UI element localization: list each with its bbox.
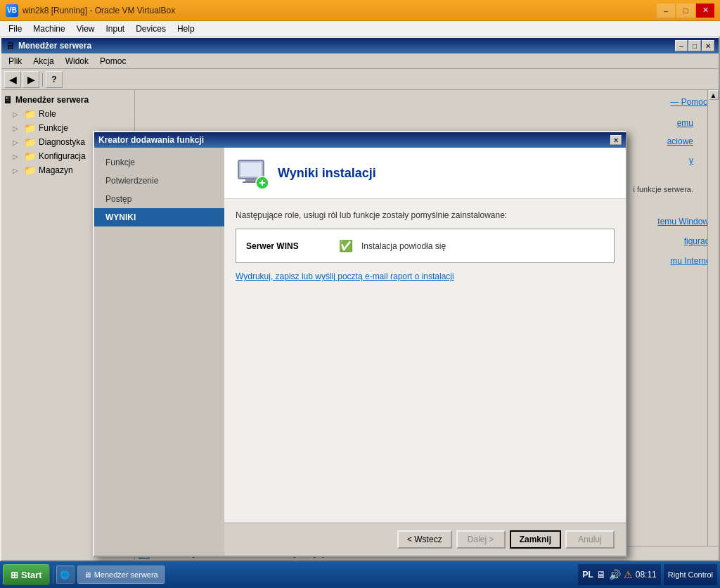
result-status-text: Instalacja powiodła się: [361, 241, 446, 251]
windows-logo-icon: ⊞: [11, 570, 18, 580]
taskbar-ie-icon[interactable]: 🌐: [56, 565, 75, 584]
taskbar-left: ⊞ Start 🌐 🖥 Menedżer serwera: [3, 564, 165, 585]
cancel-button[interactable]: Anuluj: [565, 530, 615, 549]
taskbar-server-label: Menedżer serwera: [94, 570, 158, 579]
dialog-nav-wyniki[interactable]: WYNIKI: [94, 208, 224, 226]
inner-menu-widok[interactable]: Widok: [60, 55, 94, 68]
inner-menu-akcja[interactable]: Akcja: [27, 55, 59, 68]
inner-menubar: Plik Akcja Widok Pomoc: [1, 53, 719, 69]
taskbar-server-manager[interactable]: 🖥 Menedżer serwera: [77, 565, 165, 584]
result-status-icon: ✅: [339, 239, 353, 253]
dialog-nav: Funkcje Potwierdzenie Postęp WYNIKI: [94, 148, 224, 556]
vbox-logo-icon: VB: [6, 4, 18, 17]
result-server-name: Serwer WINS: [246, 241, 330, 251]
clock: 08:11: [636, 570, 657, 580]
dialog-footer: < Wstecz Dalej > Zamknij Anuluj: [224, 523, 626, 556]
install-icon: [236, 156, 269, 190]
dialog-nav-potwierdzenie[interactable]: Potwierdzenie: [94, 172, 224, 190]
dialog-body: Funkcje Potwierdzenie Postęp WYNIKI: [94, 148, 626, 556]
speaker-icon: 🔊: [609, 569, 621, 580]
close-button[interactable]: ✕: [696, 4, 714, 18]
inner-maximize-button[interactable]: □: [688, 40, 701, 51]
lang-indicator: PL: [582, 570, 593, 580]
taskbar-right: PL 🖥 🔊 ⚠ 08:11 Right Control: [578, 561, 717, 588]
taskbar: ⊞ Start 🌐 🖥 Menedżer serwera PL 🖥 🔊 ⚠ 08…: [0, 561, 720, 588]
server-manager-icon: 🖥: [6, 40, 15, 51]
report-link[interactable]: Wydrukuj, zapisz lub wyślij pocztą e-mai…: [236, 271, 454, 281]
menu-machine[interactable]: Machine: [27, 23, 70, 35]
menu-file[interactable]: File: [3, 23, 27, 35]
taskbar-divider-1: [53, 565, 53, 584]
dialog-header: Wyniki instalacji: [224, 148, 626, 199]
dialog-close-icon[interactable]: ✕: [610, 135, 622, 145]
start-label: Start: [21, 570, 42, 580]
inner-titlebar: 🖥 Menedżer serwera – □ ✕: [1, 38, 719, 53]
back-button[interactable]: < Wstecz: [397, 530, 452, 549]
right-control-area: Right Control: [664, 564, 717, 585]
svg-rect-6: [262, 180, 263, 186]
network-icon: 🖥: [596, 569, 606, 580]
start-button[interactable]: ⊞ Start: [3, 564, 50, 585]
dialog-title-text: Kreator dodawania funkcji: [98, 135, 204, 145]
next-button[interactable]: Dalej >: [456, 530, 506, 549]
minimize-button[interactable]: –: [657, 4, 675, 18]
virtualbox-titlebar: VB win2k8 [Running] - Oracle VM VirtualB…: [0, 0, 720, 21]
dialog-titlebar: Kreator dodawania funkcji ✕: [94, 132, 626, 148]
inner-title-controls: – □ ✕: [675, 40, 714, 51]
menu-devices[interactable]: Devices: [130, 23, 172, 35]
inner-window: 🖥 Menedżer serwera – □ ✕ Plik Akcja Wido…: [0, 37, 720, 561]
result-box: Serwer WINS ✅ Instalacja powiodła się: [236, 229, 615, 263]
maximize-button[interactable]: □: [676, 4, 695, 18]
menu-view[interactable]: View: [71, 23, 101, 35]
vbox-menubar: File Machine View Input Devices Help: [0, 21, 720, 37]
systray: PL 🖥 🔊 ⚠ 08:11: [578, 564, 660, 585]
titlebar-controls: – □ ✕: [657, 4, 714, 18]
inner-minimize-button[interactable]: –: [675, 40, 688, 51]
inner-close-button[interactable]: ✕: [702, 40, 714, 51]
inner-menu-pomoc[interactable]: Pomoc: [94, 55, 131, 68]
titlebar-left: VB win2k8 [Running] - Oracle VM VirtualB…: [6, 4, 175, 17]
dialog-main: Następujące role, usługi ról lub funkcje…: [224, 199, 626, 523]
dialog-description: Następujące role, usługi ról lub funkcje…: [236, 210, 615, 220]
warning-icon: ⚠: [624, 569, 633, 580]
inner-title-text: Menedżer serwera: [18, 41, 91, 51]
svg-rect-1: [240, 162, 262, 177]
dialog-header-icon: [236, 156, 269, 190]
titlebar-title: win2k8 [Running] - Oracle VM VirtualBox: [22, 6, 175, 15]
dialog-nav-funkcje[interactable]: Funkcje: [94, 153, 224, 172]
dialog-content: Wyniki instalacji Następujące role, usłu…: [224, 148, 626, 556]
right-control-label: Right Control: [668, 570, 713, 579]
menu-help[interactable]: Help: [172, 23, 200, 35]
menu-input[interactable]: Input: [101, 23, 131, 35]
inner-menu-plik[interactable]: Plik: [3, 55, 27, 68]
close-button[interactable]: Zamknij: [510, 530, 561, 549]
dialog-overlay: Kreator dodawania funkcji ✕ Funkcje Potw…: [1, 75, 719, 560]
result-row: Serwer WINS ✅ Instalacja powiodła się: [246, 236, 604, 255]
add-features-dialog: Kreator dodawania funkcji ✕ Funkcje Potw…: [93, 131, 627, 557]
dialog-nav-postep[interactable]: Postęp: [94, 190, 224, 208]
inner-titlebar-left: 🖥 Menedżer serwera: [6, 40, 91, 51]
server-manager-taskbar-icon: 🖥: [84, 570, 91, 579]
dialog-header-title: Wyniki instalacji: [278, 166, 376, 181]
